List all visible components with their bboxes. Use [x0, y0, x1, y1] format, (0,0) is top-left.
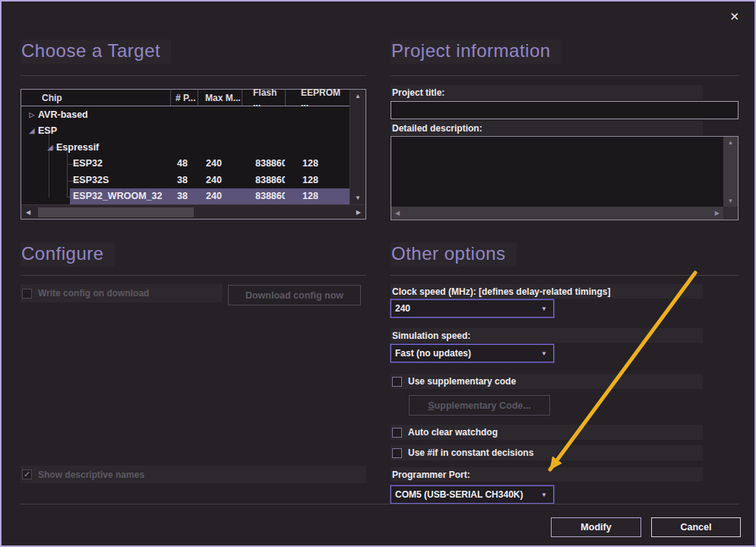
project-title-label: Project title:: [392, 87, 444, 98]
section-heading-project-information: Project information: [391, 40, 561, 64]
show-descriptive-checkbox[interactable]: ✓: [22, 470, 32, 479]
scrollbar-corner: [723, 207, 738, 220]
simulation-speed-select[interactable]: Fast (no updates) ▼: [391, 344, 554, 362]
project-title-label-strip: Project title:: [391, 85, 703, 100]
write-config-row: Write config on download: [21, 284, 223, 302]
table-row-espressif[interactable]: ◢Espressif: [21, 139, 350, 156]
section-heading-choose-target: Choose a Target: [21, 40, 171, 64]
cell-flash: 8388608: [242, 158, 285, 169]
chevron-down-icon: ▼: [541, 305, 547, 312]
scroll-left-icon[interactable]: ◀: [26, 209, 30, 216]
scroll-right-icon[interactable]: ▶: [356, 209, 361, 216]
show-descriptive-label: Show descriptive names: [38, 470, 144, 480]
scrollbar-thumb[interactable]: [38, 207, 194, 217]
clock-speed-select[interactable]: 240 ▼: [391, 299, 554, 318]
vertical-scrollbar[interactable]: ▲ ▼: [350, 90, 365, 204]
scroll-right-icon[interactable]: ▶: [715, 210, 720, 217]
clock-speed-label-strip: Clock speed (MHz): [defines delay-relate…: [391, 284, 703, 299]
column-header-eeprom[interactable]: EEPROM ...: [285, 90, 350, 106]
chevron-down-icon: ▼: [541, 492, 547, 498]
chip-table-body: ▷AVR-based ◢ESP ◢Espressif: [21, 106, 350, 204]
table-row-esp32s[interactable]: ESP32S 38 240 8388608 128: [21, 172, 350, 188]
choose-target-dialog: ✕ Choose a Target Chip # P... Max M... F…: [0, 0, 756, 547]
cell-pins: 48: [170, 158, 198, 169]
button-label-rest: upplementary Code...: [435, 400, 531, 411]
cell-eeprom: 128: [285, 191, 350, 201]
scroll-down-icon[interactable]: ▼: [728, 198, 734, 204]
chip-table: Chip # P... Max M... Flash ... EEPROM ..…: [21, 89, 366, 220]
cell-eeprom: 128: [285, 158, 350, 169]
row-label: ESP32_WROOM_32: [73, 191, 162, 201]
tree-expanded-icon[interactable]: ◢: [26, 127, 38, 134]
horizontal-scrollbar[interactable]: ◀ ▶: [21, 204, 365, 219]
mnemonic-letter: S: [428, 400, 434, 411]
clock-speed-value: 240: [395, 303, 410, 314]
cell-maxmhz: 240: [198, 175, 242, 185]
description-label-strip: Detailed description:: [391, 121, 703, 135]
cell-flash: 8388608: [242, 175, 285, 185]
scroll-down-icon[interactable]: ▼: [355, 194, 361, 201]
modify-button[interactable]: Modify: [551, 517, 641, 537]
cell-eeprom: 128: [285, 175, 350, 185]
show-descriptive-row: ✓ Show descriptive names: [21, 466, 366, 483]
horizontal-scrollbar[interactable]: ◀ ▶: [391, 207, 723, 220]
use-supplementary-checkbox[interactable]: [392, 377, 402, 387]
tree-expanded-icon[interactable]: ◢: [44, 144, 56, 151]
table-row-esp[interactable]: ◢ESP: [21, 123, 350, 140]
vertical-scrollbar[interactable]: ▲ ▼: [723, 137, 738, 207]
use-supplementary-label: Use supplementary code: [408, 376, 516, 387]
cell-flash: 8388608: [242, 191, 285, 201]
clock-speed-label: Clock speed (MHz): [defines delay-relate…: [392, 286, 610, 297]
section-heading-other-options: Other options: [391, 242, 517, 267]
row-label: AVR-based: [38, 109, 88, 120]
write-config-label: Write config on download: [38, 288, 149, 299]
divider: [21, 75, 366, 76]
table-row-avr-based[interactable]: ▷AVR-based: [21, 106, 350, 123]
simulation-speed-label: Simulation speed:: [392, 330, 470, 341]
column-header-maxmhz[interactable]: Max M...: [198, 90, 242, 106]
programmer-port-label: Programmer Port:: [392, 470, 470, 480]
programmer-port-label-strip: Programmer Port:: [391, 467, 703, 482]
column-header-flash[interactable]: Flash ...: [242, 90, 285, 106]
description-label: Detailed description:: [392, 123, 482, 134]
row-label: ESP32S: [73, 175, 109, 185]
auto-clear-watchdog-row: Auto clear watchdog: [391, 425, 703, 440]
chip-table-header: Chip # P... Max M... Flash ... EEPROM ..…: [21, 90, 350, 106]
row-label: ESP: [38, 125, 57, 136]
chevron-down-icon: ▼: [541, 350, 547, 357]
simulation-speed-label-strip: Simulation speed:: [391, 328, 703, 343]
row-label: ESP32: [73, 158, 103, 169]
cell-maxmhz: 240: [198, 158, 242, 169]
programmer-port-value: COM5 (USB-SERIAL CH340K): [395, 489, 523, 500]
column-header-pins[interactable]: # P...: [170, 90, 198, 106]
project-title-input[interactable]: [391, 101, 739, 119]
close-icon[interactable]: ✕: [729, 11, 739, 22]
cancel-button[interactable]: Cancel: [651, 517, 741, 537]
section-heading-configure: Configure: [21, 242, 115, 267]
use-if-constant-row: Use #if in constant decisions: [391, 445, 703, 460]
scroll-up-icon[interactable]: ▲: [728, 139, 734, 146]
auto-clear-watchdog-label: Auto clear watchdog: [408, 427, 498, 438]
download-config-button[interactable]: Download config now: [228, 285, 361, 305]
write-config-checkbox[interactable]: [22, 289, 32, 299]
programmer-port-select[interactable]: COM5 (USB-SERIAL CH340K) ▼: [391, 485, 554, 504]
scroll-left-icon[interactable]: ◀: [395, 210, 400, 217]
use-if-constant-checkbox[interactable]: [392, 448, 402, 458]
cell-pins: 38: [170, 191, 198, 201]
use-if-constant-label: Use #if in constant decisions: [408, 447, 533, 458]
tree-collapsed-icon[interactable]: ▷: [26, 111, 38, 119]
divider: [391, 275, 739, 276]
divider: [391, 75, 739, 76]
use-supplementary-row: Use supplementary code: [391, 374, 703, 389]
table-row-esp32-wroom-32-selected[interactable]: ESP32_WROOM_32 38 240 8388608 128: [21, 188, 350, 205]
column-header-chip[interactable]: Chip: [21, 90, 170, 106]
row-label: Espressif: [56, 142, 99, 153]
scroll-up-icon[interactable]: ▲: [355, 93, 361, 100]
table-row-esp32[interactable]: ESP32 48 240 8388608 128: [21, 156, 350, 172]
cell-maxmhz: 240: [198, 191, 242, 201]
divider: [21, 504, 739, 504]
auto-clear-watchdog-checkbox[interactable]: [392, 428, 402, 438]
divider: [21, 275, 366, 276]
supplementary-code-button[interactable]: Supplementary Code...: [409, 395, 550, 416]
project-description-textarea[interactable]: ▲ ▼ ◀ ▶: [391, 136, 739, 220]
